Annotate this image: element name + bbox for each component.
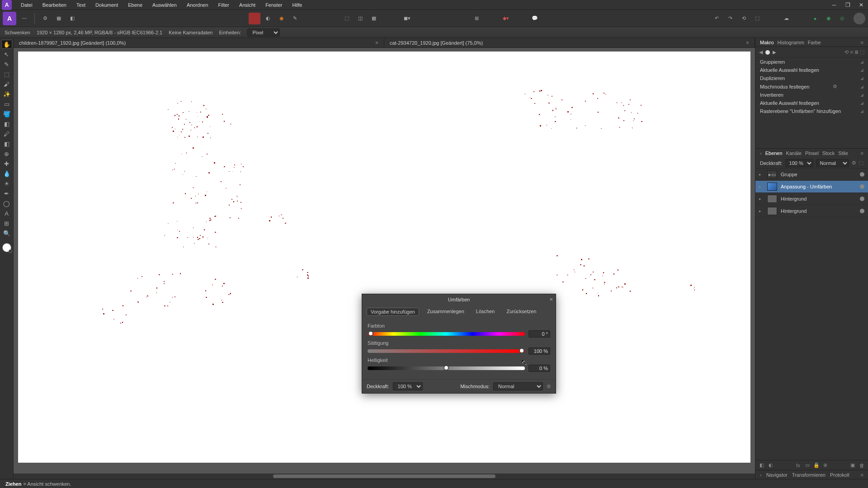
tab-layers[interactable]: Ebenen: [765, 150, 783, 156]
panel-collapse-icon[interactable]: ‹: [760, 472, 762, 478]
menu-auswählen[interactable]: Auswählen: [148, 1, 181, 9]
menu-hilfe[interactable]: Hilfe: [288, 1, 307, 9]
snap-icon[interactable]: ◧: [66, 13, 78, 24]
dodge-tool-icon[interactable]: ☀: [1, 179, 12, 188]
tab-stock[interactable]: Stock: [822, 150, 835, 156]
fx-icon[interactable]: fx: [795, 462, 802, 469]
crop-tool-icon[interactable]: ⬚: [1, 70, 12, 79]
blend-select[interactable]: Normal: [816, 159, 849, 167]
lock-icon[interactable]: 🔒: [813, 462, 820, 469]
macro-step[interactable]: Mischmodus festlegen⚙◢: [755, 82, 868, 91]
marquee-icon[interactable]: ▭: [1, 99, 12, 108]
canvas[interactable]: [18, 52, 750, 463]
add-preset-button[interactable]: Vorgabe hinzufügen: [367, 308, 419, 316]
tab-histogram[interactable]: Histogramm: [778, 40, 804, 45]
menu-bearbeiten[interactable]: Bearbeiten: [38, 1, 71, 9]
slider-thumb[interactable]: [368, 331, 373, 336]
shape-tool-icon[interactable]: ◯: [1, 199, 12, 208]
panel-collapse-icon[interactable]: ‹: [760, 150, 762, 156]
menu-datei[interactable]: Datei: [16, 1, 37, 9]
chevron-icon[interactable]: ▸: [759, 184, 764, 189]
tab-transform[interactable]: Transformieren: [792, 472, 826, 478]
add-layer-icon[interactable]: ▣: [849, 462, 856, 469]
persona-icon[interactable]: A: [3, 12, 16, 25]
user-avatar[interactable]: [854, 13, 865, 24]
healing-tool-icon[interactable]: ✚: [1, 159, 12, 168]
doc-tab-2[interactable]: cat-2934720_1920.jpg [Geändert] (75,0%) …: [384, 38, 755, 47]
tab-styles[interactable]: Stile: [838, 150, 848, 156]
autocolor-icon[interactable]: ◉: [276, 13, 288, 24]
menu-filter[interactable]: Filter: [214, 1, 234, 9]
chevron-icon[interactable]: ▸: [759, 209, 764, 213]
visibility-icon[interactable]: [860, 197, 864, 201]
macro-step[interactable]: Aktuelle Auswahl festlegen◢: [755, 66, 868, 74]
record-icon[interactable]: ◆▾: [500, 13, 512, 24]
panel-menu-icon[interactable]: ≡: [861, 472, 863, 478]
brush-tool-icon[interactable]: 🖊: [1, 129, 12, 138]
menu-ansicht[interactable]: Ansicht: [235, 1, 260, 9]
panel-menu-icon[interactable]: ≡: [861, 150, 863, 156]
visibility-icon[interactable]: [860, 184, 864, 189]
reset-button[interactable]: Zurücksetzen: [503, 308, 540, 316]
menu-anordnen[interactable]: Anordnen: [182, 1, 213, 9]
layer-row[interactable]: ▸Anpassung - Umfärben: [755, 181, 868, 193]
slider-thumb[interactable]: [443, 365, 449, 371]
menu-dokument[interactable]: Dokument: [91, 1, 123, 9]
chevron-icon[interactable]: ▸: [759, 172, 764, 177]
gear-icon[interactable]: ⚙: [833, 84, 837, 89]
minimize-button[interactable]: ─: [827, 0, 841, 10]
color-swatch[interactable]: [2, 243, 11, 252]
gear-icon[interactable]: ⚙: [547, 384, 551, 389]
dlg-blend-select[interactable]: Normal: [493, 382, 543, 390]
lightness-slider[interactable]: [368, 366, 525, 370]
macro-step[interactable]: Invertieren◢: [755, 91, 868, 99]
saturation-value[interactable]: 100 %: [528, 347, 550, 355]
scrollbar-horizontal[interactable]: [14, 474, 755, 479]
autolevels-icon[interactable]: ◐: [262, 13, 274, 24]
autowb-icon[interactable]: ✎: [289, 13, 301, 24]
menu-fenster[interactable]: Fenster: [261, 1, 287, 9]
delete-button[interactable]: Löschen: [472, 308, 499, 316]
swatch-icon[interactable]: [249, 13, 260, 24]
close-tab-icon[interactable]: ×: [375, 40, 378, 46]
dialog-close-icon[interactable]: ×: [549, 296, 553, 303]
gear-icon[interactable]: ⚙: [852, 160, 856, 166]
move-tool-icon[interactable]: ↖: [1, 50, 12, 59]
liquify-persona-icon[interactable]: 〰: [18, 13, 30, 24]
opacity-select[interactable]: 100 %: [785, 159, 813, 167]
macro-step[interactable]: Duplizieren◢: [755, 74, 868, 82]
zoom-tool-icon[interactable]: 🔍: [1, 229, 12, 238]
selection-brush-icon[interactable]: 🖌: [1, 80, 12, 89]
color-picker-tool-icon[interactable]: ✎: [1, 60, 12, 69]
recolor-dialog[interactable]: Umfärben × Vorgabe hinzufügen Zusammenle…: [362, 294, 556, 394]
pen-tool-icon[interactable]: ✒: [1, 189, 12, 198]
doc-tab-1[interactable]: children-1879907_1920.jpg [Geändert] (10…: [14, 38, 384, 47]
close-button[interactable]: ✕: [854, 0, 868, 10]
link-icon[interactable]: ⊕: [822, 462, 829, 469]
chat-icon[interactable]: 💬: [529, 13, 541, 24]
merge-button[interactable]: Zusammenlegen: [424, 308, 468, 316]
panel-menu-icon[interactable]: ≡: [861, 40, 863, 45]
eraser-tool-icon[interactable]: ◧: [1, 139, 12, 148]
tab-navigator[interactable]: Navigator: [766, 472, 788, 478]
layer-row[interactable]: ▸▸▭Gruppe: [755, 169, 868, 181]
units-select[interactable]: Pixel: [247, 28, 280, 37]
maximize-button[interactable]: ❐: [841, 0, 854, 10]
chevron-icon[interactable]: ▸: [759, 197, 764, 201]
flood-select-icon[interactable]: ✨: [1, 89, 12, 99]
clone-tool-icon[interactable]: ⊕: [1, 149, 12, 158]
mesh-tool-icon[interactable]: ⊞: [1, 219, 12, 228]
text-tool-icon[interactable]: A: [1, 209, 12, 218]
macro-record-icon[interactable]: [765, 50, 770, 55]
hand-tool-icon[interactable]: ✋: [1, 40, 12, 49]
canvas-viewport[interactable]: [14, 48, 755, 474]
hue-value[interactable]: 0 °: [528, 330, 550, 338]
menu-text[interactable]: Text: [72, 1, 90, 9]
group-icon[interactable]: ▭: [804, 462, 811, 469]
dlg-opacity-select[interactable]: 100 %: [393, 382, 423, 390]
layer-row[interactable]: ▸Hintergrund: [755, 205, 868, 217]
saturation-slider[interactable]: [368, 349, 525, 353]
macro-stop-icon[interactable]: ◀: [759, 49, 763, 55]
hue-slider[interactable]: [368, 332, 525, 336]
fx-icon[interactable]: ⬚: [859, 160, 863, 166]
